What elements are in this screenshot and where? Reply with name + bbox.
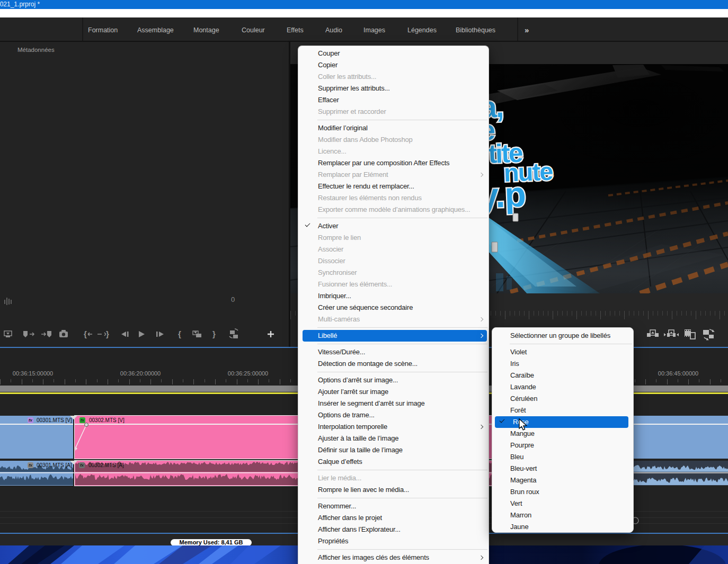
svg-text:}: } [212,329,216,338]
svg-text:}: } [106,329,109,338]
svg-text:{: { [84,329,87,338]
svg-text:{: { [178,329,181,338]
